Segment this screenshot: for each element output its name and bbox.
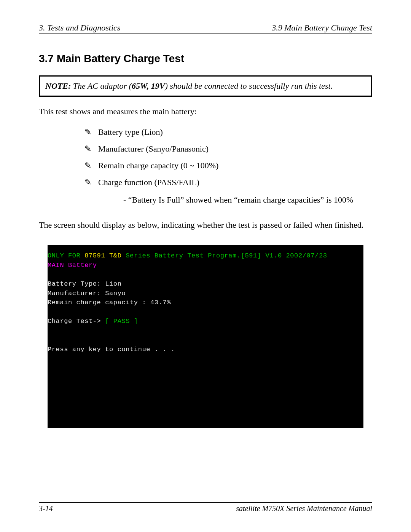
terminal-line-6a: Charge Test-> bbox=[48, 318, 105, 325]
note-text-after: ) should be connected to successfully ru… bbox=[165, 81, 333, 91]
note-bold: 65W, 19V bbox=[132, 81, 165, 91]
terminal-line-1a: ONLY FOR bbox=[48, 252, 84, 259]
pencil-icon: ✎ bbox=[84, 177, 98, 187]
list-item: ✎Battery type (Lion) bbox=[84, 127, 372, 137]
terminal-screenshot: ONLY FOR 87591 T&D Series Battery Test P… bbox=[48, 245, 363, 428]
terminal-line-7: Press any key to continue . . . bbox=[48, 346, 175, 353]
section-title: 3.7 Main Battery Charge Test bbox=[39, 53, 372, 65]
after-list-paragraph: The screen should display as below, indi… bbox=[39, 220, 372, 230]
header-left: 3. Tests and Diagnostics bbox=[39, 23, 120, 33]
note-label: NOTE: bbox=[45, 81, 71, 91]
footer-right: satellite M750X Series Maintenance Manua… bbox=[236, 504, 372, 513]
intro-paragraph: This test shows and measures the main ba… bbox=[39, 107, 372, 117]
terminal-line-3: Battery Type: Lion bbox=[48, 280, 121, 288]
footer-left: 3-14 bbox=[39, 504, 53, 513]
page-footer: 3-14 satellite M750X Series Maintenance … bbox=[39, 502, 372, 513]
note-text-before: The AC adaptor ( bbox=[71, 81, 132, 91]
header-right: 3.9 Main Battery Change Test bbox=[272, 23, 372, 33]
pencil-icon: ✎ bbox=[84, 127, 98, 137]
list-item-text: Remain charge capacity (0 ~ 100%) bbox=[98, 161, 218, 171]
pencil-icon: ✎ bbox=[84, 161, 98, 171]
terminal-line-5: Remain charge capacity : 43.7% bbox=[48, 299, 171, 306]
list-item: ✎Charge function (PASS/FAIL) bbox=[84, 177, 372, 187]
terminal-line-6b: [ PASS ] bbox=[105, 318, 138, 325]
terminal-line-2: MAIN Battery bbox=[48, 262, 97, 269]
list-item-text: Manufacturer (Sanyo/Panasonic) bbox=[98, 144, 209, 154]
list-item: ✎Remain charge capacity (0 ~ 100%) bbox=[84, 161, 372, 171]
list-item: ✎Manufacturer (Sanyo/Panasonic) bbox=[84, 144, 372, 154]
list-subnote: - “Battery Is Full” showed when “remain … bbox=[123, 195, 372, 205]
terminal-line-4: Manufacturer: Sanyo bbox=[48, 290, 126, 297]
note-box: NOTE: The AC adaptor (65W, 19V) should b… bbox=[39, 75, 372, 97]
page-header: 3. Tests and Diagnostics 3.9 Main Batter… bbox=[39, 23, 372, 34]
pencil-icon: ✎ bbox=[84, 144, 98, 154]
terminal-line-1b: 87591 T&D bbox=[84, 252, 121, 259]
feature-list: ✎Battery type (Lion) ✎Manufacturer (Sany… bbox=[84, 127, 372, 187]
terminal-line-1c: Series Battery Test Program.[591] V1.0 2… bbox=[121, 252, 327, 259]
list-item-text: Charge function (PASS/FAIL) bbox=[98, 177, 199, 187]
list-item-text: Battery type (Lion) bbox=[98, 127, 163, 137]
